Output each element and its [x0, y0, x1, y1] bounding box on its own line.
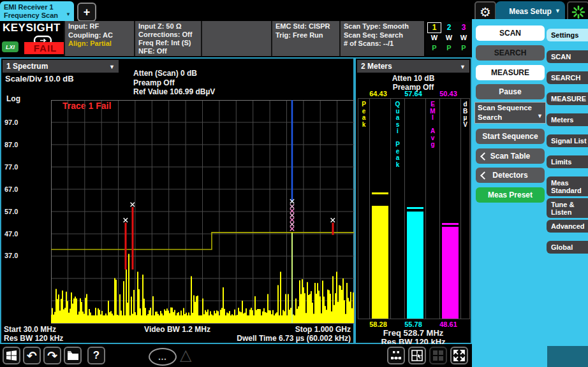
- chevron-left-icon: [480, 171, 489, 180]
- meter-bar-qpeak-track: [405, 99, 426, 319]
- start-sequence-button[interactable]: Start Sequence: [476, 129, 545, 144]
- tab-scan[interactable]: SCAN: [547, 50, 588, 63]
- meter1-detector: W: [428, 34, 441, 41]
- scan-sequence-value: Search: [478, 113, 543, 122]
- window-grid-icon[interactable]: [429, 347, 447, 364]
- tab-settings[interactable]: Settings: [547, 29, 588, 41]
- stop-freq-label: Stop 1.000 GHz: [295, 325, 351, 334]
- undo-icon[interactable]: ↶: [23, 347, 41, 364]
- status-coupling: Coupling: AC: [68, 31, 134, 40]
- tab-tune-listen[interactable]: Tune & Listen: [547, 198, 588, 218]
- meter-label-quasipeak: Q u a s i P e a k: [391, 101, 404, 168]
- measure-button[interactable]: MEASURE: [476, 65, 545, 80]
- dwell-time-label: Dwell Time 6.73 µs (60.002 kHz): [237, 334, 351, 343]
- status-panel-scan: Scan Type: Smooth Scan Seq: Search # of …: [339, 21, 424, 56]
- meter2-detector: W: [443, 34, 455, 41]
- meters-window[interactable]: 2 Meters ▼ Atten 10 dB Preamp Off 64.43 …: [355, 57, 472, 344]
- search-button[interactable]: SEARCH: [476, 45, 545, 61]
- y-tick: 77.0: [4, 163, 30, 171]
- folder-icon[interactable]: [64, 347, 82, 364]
- meter-peakhold-avg: [442, 223, 459, 225]
- status-emc-std: EMC Std: CISPR: [276, 22, 339, 31]
- lxi-badge: LXI: [2, 41, 18, 52]
- tab-meters[interactable]: Meters: [547, 113, 588, 126]
- status-panel-empty: [201, 21, 271, 56]
- help-icon[interactable]: ?: [87, 347, 105, 364]
- screen-tab-line2: Frequency Scan: [4, 11, 65, 20]
- meters-atten-label: Atten 10 dB: [356, 74, 471, 83]
- select-window-icon[interactable]: [408, 347, 426, 364]
- meter-max-avg: 50.43: [431, 90, 466, 97]
- meter-label-emiavg: E M I A v g: [426, 101, 439, 148]
- expand-fullscreen-icon[interactable]: [450, 347, 468, 364]
- status-align: Align: Partial: [68, 40, 134, 48]
- chevron-down-icon: ▼: [537, 112, 543, 121]
- meter-label-peak: P e a k: [358, 101, 369, 128]
- y-tick: 37.0: [4, 252, 30, 259]
- scan-sequence-dropdown[interactable]: Scan Sequence Search ▼: [474, 102, 546, 124]
- tab-limits[interactable]: Limits: [547, 155, 588, 168]
- spectrum-plot[interactable]: [51, 100, 355, 324]
- meas-setup-menu[interactable]: Meas Setup ▼: [496, 1, 565, 21]
- detectors-button[interactable]: Detectors: [476, 168, 545, 183]
- meter-peakhold-qpeak: [407, 207, 423, 209]
- status-corrections: Corrections: Off: [138, 31, 201, 39]
- y-tick: 57.0: [4, 208, 30, 215]
- meters-title-dropdown[interactable]: 2 Meters ▼: [357, 60, 469, 73]
- meter-indicator-block: 1 W P 2 W P 3 W P: [425, 22, 472, 55]
- meter-max-peak: 64.43: [361, 90, 395, 97]
- meter2-state: P: [443, 44, 455, 52]
- meter-bar-qpeak: [407, 212, 423, 319]
- screen-tab-line1: EMI Receiver 1: [4, 3, 65, 11]
- layout-sequence-icon[interactable]: [387, 347, 405, 364]
- detectors-label: Detectors: [492, 171, 527, 180]
- status-nfe: NFE: Off: [138, 47, 201, 55]
- message-bubble-icon[interactable]: …: [149, 348, 177, 366]
- preamp-label: Preamp Off: [133, 78, 274, 88]
- meter-max-qpeak: 57.64: [396, 90, 430, 97]
- status-panel-inputz: Input Z: 50 Ω Corrections: Off Freq Ref:…: [134, 21, 201, 56]
- y-tick: 67.0: [4, 185, 30, 193]
- pause-button[interactable]: Pause: [476, 84, 545, 99]
- spectrum-title: 1 Spectrum: [6, 62, 48, 71]
- spectrum-window[interactable]: 1 Spectrum ▼ Scale/Div 10.0 dB Atten (Sc…: [0, 57, 355, 344]
- y-tick: 97.0: [4, 119, 30, 126]
- meter-bar-peak-track: [370, 99, 391, 319]
- meter-bar-avg-track: [440, 99, 461, 319]
- screen-tab[interactable]: EMI Receiver 1 Frequency Scan ▼: [0, 1, 74, 21]
- meter3-indicator[interactable]: 3: [457, 23, 470, 32]
- redo-icon[interactable]: ↷: [43, 347, 61, 364]
- meter2-indicator[interactable]: 2: [443, 23, 455, 32]
- status-freq-ref: Freq Ref: Int (S): [138, 39, 201, 47]
- tab-measure[interactable]: MEASURE: [547, 92, 588, 105]
- meas-preset-button[interactable]: Meas Preset: [476, 187, 545, 203]
- meter-unit-label: d B µ V: [461, 101, 469, 128]
- tab-search[interactable]: SEARCH: [547, 71, 588, 84]
- status-scan-type: Scan Type: Smooth: [344, 22, 424, 31]
- res-bw-label: Res BW 120 kHz: [4, 334, 63, 343]
- atten-label: Atten (Scan) 0 dB: [133, 69, 274, 78]
- meter1-indicator[interactable]: 1: [428, 23, 441, 32]
- scan-table-button[interactable]: Scan Table: [476, 148, 545, 164]
- windows-start-icon[interactable]: [3, 347, 20, 364]
- scan-sequence-label: Scan Sequence: [478, 103, 543, 113]
- scan-table-label: Scan Table: [490, 152, 530, 161]
- tab-advanced[interactable]: Advanced: [547, 220, 588, 233]
- status-input-z: Input Z: 50 Ω: [138, 22, 201, 31]
- meas-setup-label: Meas Setup: [509, 7, 552, 16]
- corner-panel: [547, 346, 588, 367]
- chevron-down-icon: ▼: [460, 61, 466, 73]
- meter-bars-area: P e a k Q u a s i P e a k E M I A v g d …: [358, 98, 470, 319]
- scan-button[interactable]: SCAN: [476, 25, 545, 41]
- spectrum-title-dropdown[interactable]: 1 Spectrum ▼: [3, 60, 119, 73]
- tab-signal-list[interactable]: Signal List: [547, 134, 588, 147]
- keysight-logo: KEYSIGHT: [3, 22, 63, 34]
- status-input: Input: RF: [68, 22, 134, 31]
- tab-meas-standard[interactable]: Meas Standard: [547, 176, 588, 196]
- status-panel-emc: EMC Std: CISPR Trig: Free Run: [271, 21, 339, 56]
- chevron-left-icon: [480, 152, 489, 161]
- tab-global[interactable]: Global: [547, 241, 588, 254]
- chevron-down-icon: ▼: [109, 61, 115, 73]
- add-screen-button[interactable]: +: [77, 3, 96, 22]
- meter-bar-peak: [372, 206, 388, 319]
